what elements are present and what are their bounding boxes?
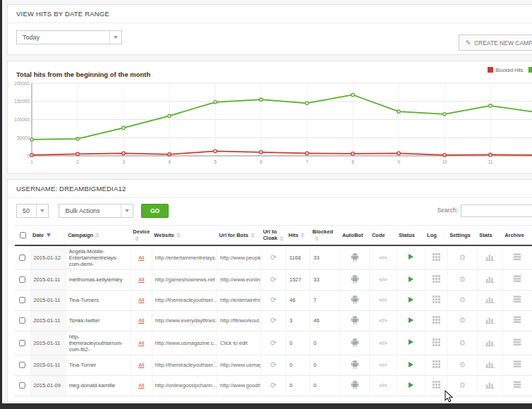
device-link[interactable]: All [138,255,144,261]
col-website[interactable]: Website [152,226,217,245]
device-link[interactable]: All [138,382,144,389]
archive-stack-icon[interactable] [513,381,521,389]
code-icon[interactable]: </> [379,382,387,389]
cloak-refresh-icon[interactable]: ⟳ [270,360,277,369]
archive-stack-icon[interactable] [513,253,521,261]
cloak-refresh-icon[interactable]: ⟳ [270,275,277,283]
android-robot-icon[interactable] [351,380,359,389]
log-grid-icon[interactable] [433,381,440,389]
select-all-checkbox[interactable] [20,232,26,238]
log-grid-icon[interactable] [433,316,440,324]
col-blocked[interactable]: Blocked [310,226,340,245]
cloak-refresh-icon[interactable]: ⟳ [270,316,277,324]
col-stats[interactable]: Stats [477,226,502,245]
log-grid-icon[interactable] [433,295,440,303]
code-icon[interactable]: </> [379,340,387,346]
date-range-select[interactable]: Today [16,30,122,44]
table-controls: 50 Bulk Actions GO Search: [8,198,532,225]
col-campaign[interactable]: Campaign [66,226,131,245]
android-robot-icon[interactable] [351,274,359,283]
android-robot-icon[interactable] [351,338,359,347]
log-grid-icon[interactable] [433,275,440,283]
table-row: 2015-01-11 melthomas-kellylemley All htt… [15,269,532,290]
device-link[interactable]: All [138,340,144,346]
settings-cell: ⚙ [447,310,477,331]
col-log[interactable]: Log [425,226,447,245]
settings-gear-icon[interactable]: ⚙ [459,338,466,347]
device-link[interactable]: All [138,317,144,324]
status-play-icon[interactable] [409,276,413,282]
device-cell: All [131,355,152,375]
stats-chart-icon[interactable] [485,381,495,389]
android-robot-icon[interactable] [351,252,359,262]
cloak-refresh-icon[interactable]: ⟳ [270,381,277,389]
status-play-icon[interactable] [409,317,413,323]
archive-stack-icon[interactable] [513,316,521,324]
col-url-to-cloak[interactable]: Url to Cloak [261,226,286,245]
search-input[interactable] [461,204,532,217]
stats-chart-icon[interactable] [485,253,495,261]
cloak-refresh-icon[interactable]: ⟳ [270,338,277,347]
code-icon[interactable]: </> [379,276,387,283]
col-archive[interactable]: Archive [502,226,532,245]
status-play-icon[interactable] [409,382,413,388]
row-checkbox[interactable] [19,340,25,346]
android-robot-icon[interactable] [351,360,359,369]
status-play-icon[interactable] [409,254,413,260]
stats-chart-icon[interactable] [485,275,495,283]
hits-cell: 0 [286,355,310,375]
go-button[interactable]: GO [141,204,169,218]
row-checkbox[interactable] [19,382,25,389]
settings-gear-icon[interactable]: ⚙ [459,360,466,369]
row-checkbox[interactable] [19,317,25,324]
code-icon[interactable]: </> [379,297,387,303]
row-checkbox[interactable] [19,276,25,283]
url-for-bots-cell: http://www.goodhouseke... [217,375,261,396]
row-checkbox[interactable] [19,297,25,303]
archive-stack-icon[interactable] [513,275,521,283]
col-device[interactable]: Device [131,226,152,245]
svg-text:4: 4 [168,159,171,164]
device-link[interactable]: All [138,297,144,303]
status-play-icon[interactable] [409,362,413,367]
archive-stack-icon[interactable] [513,338,521,346]
archive-stack-icon[interactable] [513,295,521,303]
log-grid-icon[interactable] [433,338,440,346]
archive-stack-icon[interactable] [513,360,521,368]
bulk-actions-select[interactable]: Bulk Actions [59,204,133,218]
col-date[interactable]: Date [30,226,66,245]
settings-gear-icon[interactable]: ⚙ [459,295,466,304]
page-size-select[interactable]: 50 [16,204,49,218]
android-robot-icon[interactable] [351,315,359,324]
row-checkbox[interactable] [19,255,25,261]
device-link[interactable]: All [138,276,144,283]
code-icon[interactable]: </> [379,362,387,368]
log-grid-icon[interactable] [433,360,440,368]
stats-chart-icon[interactable] [485,316,495,324]
device-link[interactable]: All [138,362,144,368]
create-new-campaign-button[interactable]: ✎ CREATE NEW CAMPAIGN [459,35,532,51]
code-icon[interactable]: </> [379,255,387,261]
row-checkbox[interactable] [19,362,25,368]
cloak-refresh-icon[interactable]: ⟳ [270,295,277,304]
android-robot-icon[interactable] [351,295,359,304]
settings-gear-icon[interactable]: ⚙ [459,275,466,283]
sort-icon [279,236,284,242]
col-url-for-bots[interactable]: Url for Bots [217,226,261,245]
cloak-refresh-icon[interactable]: ⟳ [270,253,277,262]
col-status[interactable]: Status [397,226,425,245]
code-icon[interactable]: </> [379,317,387,324]
log-grid-icon[interactable] [433,253,440,261]
stats-chart-icon[interactable] [485,360,495,368]
settings-gear-icon[interactable]: ⚙ [459,381,466,389]
settings-gear-icon[interactable]: ⚙ [459,316,466,324]
stats-chart-icon[interactable] [485,295,495,303]
col-code[interactable]: Code [370,226,397,245]
col-hits[interactable]: Hits [286,226,310,245]
col-settings[interactable]: Settings [447,226,477,245]
stats-chart-icon[interactable] [485,338,495,346]
status-play-icon[interactable] [409,339,413,345]
col-autobot[interactable]: AutoBot [340,226,370,245]
settings-gear-icon[interactable]: ⚙ [459,253,466,262]
status-play-icon[interactable] [409,297,413,303]
